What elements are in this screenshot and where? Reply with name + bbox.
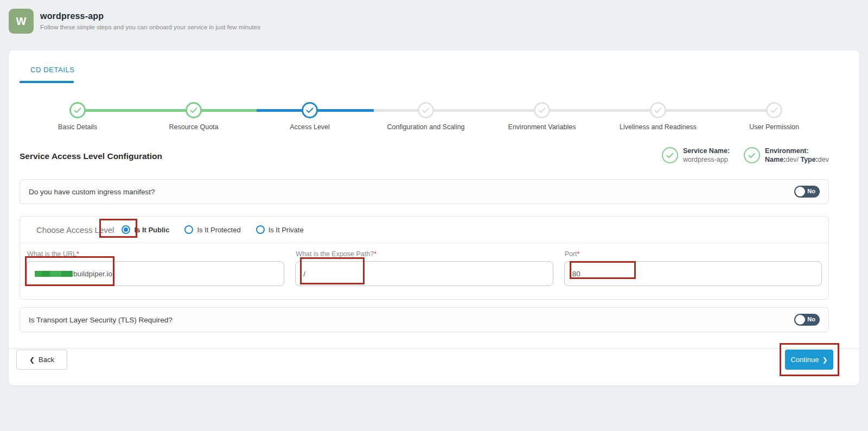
- page-subtitle: Follow these simple steps and you can on…: [40, 24, 260, 30]
- back-button-label: Back: [39, 356, 54, 364]
- toggle-state-label: No: [807, 188, 815, 194]
- radio-is-it-public[interactable]: Is It Public: [122, 225, 169, 234]
- badge-value: Name:dev/ Type:dev: [765, 156, 829, 163]
- chevron-right-icon: ❯: [822, 356, 827, 364]
- app-header: W wordpress-app Follow these simple step…: [9, 9, 260, 34]
- expose-path-field-label: What is the Expose Path?*: [296, 250, 553, 258]
- required-asterisk: *: [76, 250, 79, 258]
- step-configuration-and-scaling[interactable]: Configuration and Scaling: [368, 102, 484, 137]
- step-label: User Permission: [749, 123, 799, 131]
- step-circle: [418, 102, 434, 118]
- step-circle: [302, 102, 318, 118]
- custom-ingress-row: Do you have custom ingress manifest? No: [20, 179, 829, 204]
- access-level-panel: Choose Access Level Is It Public Is It P…: [20, 216, 829, 300]
- port-input[interactable]: 80: [564, 261, 822, 286]
- continue-button-label: Continue: [790, 356, 819, 364]
- service-name-badge: Service Name: wordpress-app: [662, 147, 730, 163]
- section-title: Service Access Level Configuration: [20, 151, 162, 161]
- env-name-label: Name:: [765, 156, 786, 163]
- custom-ingress-toggle[interactable]: No: [794, 186, 820, 198]
- radio-label: Is It Protected: [197, 226, 240, 234]
- radio-is-it-protected[interactable]: Is It Protected: [184, 225, 240, 234]
- radio-icon: [256, 225, 265, 234]
- step-label: Resource Quota: [169, 123, 218, 131]
- check-icon: [654, 107, 662, 113]
- continue-button[interactable]: Continue ❯: [785, 350, 833, 370]
- header-text: wordpress-app Follow these simple steps …: [40, 9, 260, 30]
- port-field-group: Port* 80: [564, 249, 822, 286]
- expose-path-input[interactable]: /: [295, 261, 553, 286]
- required-asterisk: *: [577, 250, 580, 258]
- step-circle: [186, 102, 202, 118]
- step-label: Configuration and Scaling: [387, 123, 464, 131]
- step-liveliness-and-readiness[interactable]: Liveliness and Readiness: [600, 102, 716, 137]
- expose-path-field-group: What is the Expose Path?* /: [295, 249, 553, 286]
- back-button[interactable]: ❮ Back: [16, 350, 67, 370]
- check-icon: [74, 107, 81, 113]
- step-access-level[interactable]: Access Level: [252, 102, 368, 137]
- page-title: wordpress-app: [40, 11, 260, 21]
- wizard-stepper: Basic Details Resource Quota Access Leve…: [20, 102, 832, 137]
- step-label: Environment Variables: [508, 123, 576, 131]
- toggle-state-label: No: [807, 316, 815, 322]
- access-level-group-label: Choose Access Level: [36, 225, 114, 234]
- step-circle: [69, 102, 86, 118]
- radio-icon: [184, 225, 193, 234]
- step-circle: [766, 102, 782, 118]
- step-environment-variables[interactable]: Environment Variables: [484, 102, 600, 137]
- custom-ingress-question: Do you have custom ingress manifest?: [29, 188, 155, 196]
- step-label: Access Level: [290, 123, 330, 131]
- footer-divider: [9, 348, 859, 348]
- environment-badge: Environment: Name:dev/ Type:dev: [744, 147, 829, 163]
- check-circle-icon: [662, 147, 678, 163]
- page: { "header": { "avatar_letter": "W", "tit…: [0, 0, 868, 431]
- badge-label: Environment:: [765, 147, 829, 155]
- toggle-knob: [795, 315, 805, 325]
- redaction-marker: [35, 271, 73, 277]
- step-basic-details[interactable]: Basic Details: [20, 102, 136, 137]
- port-field-label: Port*: [565, 250, 822, 258]
- tls-question: Is Transport Layer Security (TLS) Requir…: [29, 316, 173, 324]
- env-type-value: dev: [818, 156, 829, 163]
- main-card: CD DETAILS Basic Details Resource Quota …: [9, 50, 859, 385]
- env-type-label: Type:: [800, 156, 818, 163]
- badge-text: Service Name: wordpress-app: [683, 147, 730, 163]
- access-level-fields: What is the URL* buildpiper.io What is t…: [20, 243, 828, 286]
- tab-active-indicator: [20, 81, 74, 83]
- radio-is-it-private[interactable]: Is It Private: [256, 225, 304, 234]
- tab-cd-details[interactable]: CD DETAILS: [30, 66, 75, 74]
- url-field-label: What is the URL*: [27, 250, 284, 258]
- badge-text: Environment: Name:dev/ Type:dev: [765, 147, 829, 163]
- toggle-knob: [795, 187, 805, 197]
- chevron-left-icon: ❮: [29, 356, 35, 364]
- step-user-permission[interactable]: User Permission: [716, 102, 832, 137]
- url-input[interactable]: buildpiper.io: [27, 261, 284, 286]
- badge-value: wordpress-app: [683, 156, 730, 163]
- check-icon: [770, 107, 778, 113]
- expose-path-value: /: [303, 270, 305, 278]
- step-resource-quota[interactable]: Resource Quota: [136, 102, 252, 137]
- check-icon: [306, 107, 314, 113]
- url-value: buildpiper.io: [73, 270, 112, 278]
- access-level-radio-row: Choose Access Level Is It Public Is It P…: [20, 217, 828, 243]
- check-icon: [538, 107, 546, 113]
- step-label: Basic Details: [58, 123, 97, 131]
- step-circle: [650, 102, 666, 118]
- required-asterisk: *: [374, 250, 376, 258]
- service-avatar: W: [9, 9, 34, 34]
- step-circle: [534, 102, 550, 118]
- context-badges: Service Name: wordpress-app Environment:…: [662, 147, 829, 163]
- port-value: 80: [572, 270, 580, 278]
- radio-label: Is It Public: [134, 226, 169, 234]
- check-icon: [190, 107, 197, 113]
- check-icon: [422, 107, 430, 113]
- url-field-group: What is the URL* buildpiper.io: [27, 249, 284, 286]
- radio-icon: [122, 225, 130, 234]
- badge-label: Service Name:: [683, 147, 730, 155]
- check-circle-icon: [744, 147, 760, 163]
- env-name-value: dev/: [786, 156, 799, 163]
- tls-row: Is Transport Layer Security (TLS) Requir…: [20, 307, 829, 332]
- tls-toggle[interactable]: No: [794, 314, 820, 326]
- step-label: Liveliness and Readiness: [620, 123, 697, 131]
- section-header: Service Access Level Configuration Servi…: [20, 147, 829, 163]
